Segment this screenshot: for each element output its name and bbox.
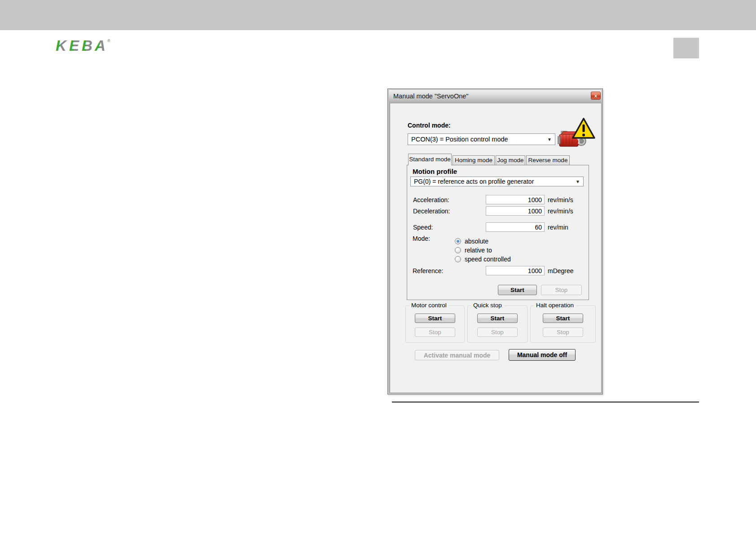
radio-button-speed-controlled[interactable] <box>455 256 461 262</box>
logo-letter-k: K <box>56 37 67 54</box>
motor-control-stop-button[interactable]: Stop <box>415 327 455 337</box>
reference-unit: mDegree <box>548 267 574 274</box>
motor-control-start-button[interactable]: Start <box>415 314 455 323</box>
motion-profile-heading: Motion profile <box>413 168 457 175</box>
logo-letter-b: B <box>82 37 92 54</box>
speed-label: Speed: <box>413 224 433 231</box>
keba-logo-graphic: K E B A ® <box>54 37 117 56</box>
group-motor-control: Motor control Start Stop <box>405 305 465 343</box>
tab-label: Reverse mode <box>528 157 568 164</box>
tab-label: Standard mode <box>409 156 450 163</box>
dropdown-arrow-icon: ▼ <box>547 137 552 142</box>
logo-letter-a: A <box>94 37 105 54</box>
radio-label-relative-to: relative to <box>465 247 492 254</box>
document-page: K E B A ® Manual mode "ServoOne" x Contr… <box>0 0 756 535</box>
acceleration-label: Acceleration: <box>413 196 449 203</box>
motion-profile-value: PG(0) = reference acts on profile genera… <box>414 178 534 185</box>
tab-label: Homing mode <box>455 157 492 164</box>
speed-unit: rev/min <box>548 224 568 231</box>
group-halt-operation: Halt operation Start Stop <box>530 305 596 343</box>
group-title: Quick stop <box>471 302 504 309</box>
stop-button[interactable]: Stop <box>541 285 582 295</box>
group-title: Halt operation <box>534 302 576 309</box>
page-header-bar <box>0 0 756 30</box>
close-button[interactable]: x <box>591 92 601 100</box>
tab-label: Jog mode <box>497 157 523 164</box>
standard-mode-panel: Motion profile Acceleration: rev/min/s D… <box>407 165 589 300</box>
radio-label-absolute: absolute <box>465 238 488 245</box>
reference-label: Reference: <box>413 267 443 274</box>
radio-button-absolute[interactable] <box>455 238 461 244</box>
deceleration-input[interactable] <box>486 206 545 216</box>
acceleration-unit: rev/min/s <box>548 196 573 203</box>
logo-letter-e: E <box>69 37 79 54</box>
radio-row-absolute[interactable]: absolute <box>455 238 488 245</box>
deceleration-unit: rev/min/s <box>548 208 573 215</box>
reference-input[interactable] <box>486 266 545 275</box>
quick-stop-stop-button[interactable]: Stop <box>477 327 518 337</box>
activate-manual-mode-button[interactable]: Activate manual mode <box>415 350 499 360</box>
mode-label: Mode: <box>413 235 430 242</box>
tab-jog-mode[interactable]: Jog mode <box>496 155 525 165</box>
deceleration-label: Deceleration: <box>413 208 450 215</box>
footer-divider-line <box>392 402 699 402</box>
acceleration-input[interactable] <box>486 195 545 204</box>
warning-icon <box>571 117 596 140</box>
radio-row-speed-controlled[interactable]: speed controlled <box>455 256 511 263</box>
control-mode-value: PCON(3) = Position control mode <box>411 136 508 143</box>
group-title: Motor control <box>409 302 448 309</box>
motion-profile-select[interactable]: PG(0) = reference acts on profile genera… <box>410 177 584 186</box>
tab-homing-mode[interactable]: Homing mode <box>453 155 495 165</box>
group-quick-stop: Quick stop Start Stop <box>467 305 527 343</box>
close-icon: x <box>594 93 597 98</box>
servo-status-icon <box>558 117 597 151</box>
dialog-titlebar[interactable]: Manual mode "ServoOne" <box>389 90 602 102</box>
dropdown-arrow-icon: ▼ <box>576 179 580 184</box>
dialog-title: Manual mode "ServoOne" <box>393 93 468 100</box>
tab-standard-mode[interactable]: Standard mode <box>408 154 452 165</box>
start-button[interactable]: Start <box>498 285 537 295</box>
radio-label-speed-controlled: speed controlled <box>465 256 511 263</box>
halt-operation-stop-button[interactable]: Stop <box>543 327 583 337</box>
control-mode-select[interactable]: PCON(3) = Position control mode ▼ <box>408 133 555 145</box>
quick-stop-start-button[interactable]: Start <box>477 314 518 323</box>
speed-input[interactable] <box>486 222 545 232</box>
tab-reverse-mode[interactable]: Reverse mode <box>526 155 570 165</box>
registered-mark: ® <box>107 39 110 43</box>
page-number-box <box>673 38 699 58</box>
manual-mode-dialog: Manual mode "ServoOne" x Control mode: P… <box>387 88 603 394</box>
halt-operation-start-button[interactable]: Start <box>543 314 583 323</box>
control-mode-label: Control mode: <box>408 122 451 129</box>
keba-logo: K E B A ® <box>54 37 117 56</box>
radio-row-relative-to[interactable]: relative to <box>455 247 492 254</box>
manual-mode-off-button[interactable]: Manual mode off <box>509 349 576 361</box>
radio-button-relative-to[interactable] <box>455 247 461 253</box>
